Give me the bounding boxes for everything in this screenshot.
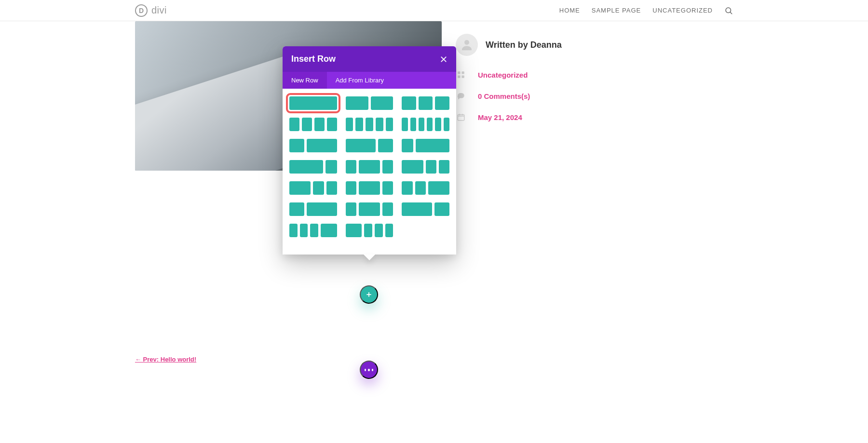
svg-rect-6: [462, 76, 464, 78]
svg-rect-4: [462, 71, 464, 74]
comment-icon: [456, 91, 466, 101]
avatar: [456, 34, 478, 56]
row-layout-grid: [283, 89, 456, 255]
layout-1-1-2[interactable]: [402, 181, 449, 195]
svg-line-1: [730, 12, 732, 13]
layout-2-1b[interactable]: [402, 202, 449, 216]
author-text: Written by Deanna: [486, 40, 562, 50]
close-icon[interactable]: [440, 55, 448, 63]
dot-icon: [372, 369, 373, 371]
modal-tabs: New Row Add From Library: [283, 72, 456, 89]
meta-date[interactable]: May 21, 2024: [456, 112, 726, 122]
author-prefix: Written by: [486, 40, 530, 50]
layout-1-2[interactable]: [289, 139, 337, 152]
meta-list: Uncategorized 0 Comments(s) May 21, 2024: [456, 69, 726, 122]
nav-sample-page[interactable]: SAMPLE PAGE: [592, 7, 641, 14]
modal-title: Insert Row: [291, 54, 336, 64]
layout-2-1[interactable]: [346, 139, 393, 152]
nav-uncategorized[interactable]: UNCATEGORIZED: [652, 7, 713, 14]
layout-2col[interactable]: [346, 96, 393, 110]
meta-comments-text: 0 Comments(s): [478, 92, 530, 100]
primary-nav: HOME SAMPLE PAGE UNCATEGORIZED: [559, 6, 733, 15]
svg-point-2: [464, 40, 469, 45]
dot-icon: [365, 369, 366, 371]
meta-category[interactable]: Uncategorized: [456, 69, 726, 80]
layout-1-1-2a[interactable]: [402, 160, 449, 174]
page-content: Written by Deanna Uncategorized 0 Commen…: [135, 21, 733, 443]
author-row: Written by Deanna: [456, 34, 726, 56]
brand[interactable]: D divi: [135, 4, 167, 17]
logo-mark: D: [135, 4, 148, 17]
prev-post-link[interactable]: ← Prev: Hello world!: [135, 356, 196, 363]
layout-5col[interactable]: [346, 118, 393, 131]
dot-icon: [368, 369, 369, 371]
add-section-button[interactable]: +: [360, 285, 378, 304]
meta-category-text: Uncategorized: [478, 71, 528, 79]
post-meta: Written by Deanna Uncategorized 0 Commen…: [456, 34, 726, 122]
modal-header: Insert Row: [283, 46, 456, 72]
layout-6col[interactable]: [402, 118, 449, 131]
layout-3col[interactable]: [402, 96, 449, 110]
builder-actions-button[interactable]: [360, 361, 378, 379]
layout-2-1-1-1[interactable]: [346, 224, 393, 237]
layout-1-3[interactable]: [402, 139, 449, 152]
layout-1-1-1-2[interactable]: [289, 224, 337, 237]
layout-1-2-1[interactable]: [346, 160, 393, 174]
layout-1-2b[interactable]: [289, 202, 337, 216]
layout-4col[interactable]: [289, 118, 337, 131]
meta-comments[interactable]: 0 Comments(s): [456, 91, 726, 101]
nav-home[interactable]: HOME: [559, 7, 580, 14]
layout-1-2-1b[interactable]: [346, 181, 393, 195]
layout-2-1-1[interactable]: [289, 181, 337, 195]
modal-arrow: [364, 255, 375, 260]
site-header: D divi HOME SAMPLE PAGE UNCATEGORIZED: [0, 0, 868, 21]
svg-point-0: [726, 8, 731, 13]
logo-text: divi: [151, 5, 167, 16]
calendar-icon: [456, 112, 466, 122]
logo-letter: D: [139, 7, 144, 14]
svg-rect-7: [458, 115, 464, 121]
tab-new-row[interactable]: New Row: [283, 72, 327, 89]
author-name: Deanna: [530, 40, 562, 50]
svg-rect-3: [458, 71, 460, 74]
search-icon[interactable]: [724, 6, 733, 15]
tab-add-from-library[interactable]: Add From Library: [327, 72, 393, 89]
svg-rect-5: [458, 76, 460, 78]
grid-icon: [456, 69, 466, 80]
meta-date-text: May 21, 2024: [478, 113, 522, 121]
layout-1col[interactable]: [289, 96, 337, 110]
insert-row-modal: Insert Row New Row Add From Library: [283, 46, 456, 255]
layout-1-2-1c[interactable]: [346, 202, 393, 216]
layout-3-1[interactable]: [289, 160, 337, 174]
